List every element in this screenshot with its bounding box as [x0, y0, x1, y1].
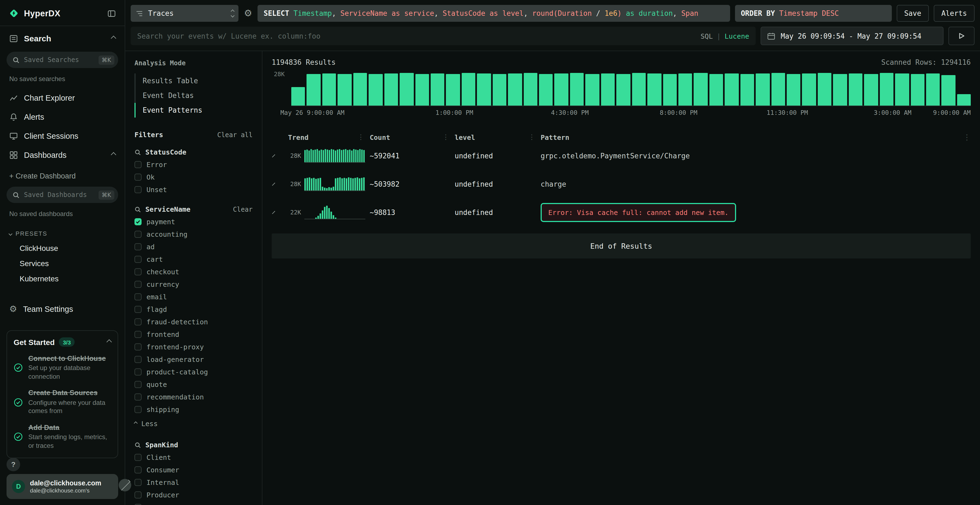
sidebar-item-clickhouse[interactable]: ClickHouse — [0, 241, 125, 256]
filter-option-ok[interactable]: Ok — [134, 171, 253, 183]
source-settings-gear-icon[interactable]: ⚙ — [243, 9, 253, 18]
filter-option-producer[interactable]: Producer — [134, 489, 253, 501]
saved-searches-input[interactable]: Saved Searches ⌘K — [6, 52, 118, 68]
checkbox[interactable] — [134, 243, 142, 250]
column-header-level[interactable]: level — [455, 133, 541, 141]
filter-option-checkout[interactable]: checkout — [134, 265, 253, 278]
checkbox[interactable] — [134, 356, 142, 363]
checkbox[interactable] — [134, 406, 142, 413]
checkbox[interactable] — [134, 173, 142, 181]
histogram-bar — [369, 74, 382, 106]
lucene-search-input[interactable]: Search your events w/ Lucene ex. column:… — [130, 27, 756, 45]
filter-option-internal[interactable]: Internal — [134, 476, 253, 489]
filter-option-frontend-proxy[interactable]: frontend-proxy — [134, 341, 253, 353]
user-menu[interactable]: D dale@clickhouse.com dale@clickhouse.co… — [6, 474, 118, 499]
filter-option-product-catalog[interactable]: product-catalog — [134, 366, 253, 378]
column-header-count[interactable]: Count — [370, 133, 455, 141]
table-options-icon[interactable]: ⋮ — [961, 133, 971, 141]
checkbox[interactable] — [134, 466, 142, 473]
filter-option-cart[interactable]: cart — [134, 253, 253, 265]
checkbox[interactable] — [134, 491, 142, 499]
presets-toggle[interactable]: PRESETS — [0, 223, 125, 241]
filter-option-payment[interactable]: payment — [134, 216, 253, 228]
row-expand-button[interactable] — [272, 156, 288, 156]
run-query-button[interactable] — [948, 27, 975, 45]
checkbox[interactable] — [134, 161, 142, 168]
pattern-row[interactable]: 28K~592041undefinedgrpc.oteldemo.Payment… — [272, 141, 971, 170]
get-started-header[interactable]: Get Started 3/3 — [14, 337, 111, 347]
sidebar-item-client-sessions[interactable]: Client Sessions — [0, 126, 125, 145]
checkbox[interactable] — [134, 454, 142, 461]
column-header-pattern[interactable]: Pattern — [541, 133, 961, 141]
filter-option-shipping[interactable]: shipping — [134, 403, 253, 416]
analysis-mode-results-table[interactable]: Results Table — [134, 73, 253, 88]
checkbox[interactable] — [134, 343, 142, 351]
checkbox[interactable] — [134, 281, 142, 288]
order-by-input[interactable]: ORDER BY Timestamp DESC — [735, 5, 891, 22]
source-select[interactable]: Traces — [130, 5, 239, 22]
row-expand-button[interactable] — [272, 184, 288, 184]
checkbox[interactable] — [134, 381, 142, 388]
column-header-trend[interactable]: Trend — [288, 133, 370, 141]
sidebar-expand-handle[interactable] — [119, 479, 131, 491]
sidebar-item-dashboards[interactable]: Dashboards — [0, 145, 125, 164]
alerts-button[interactable]: Alerts — [934, 5, 975, 22]
saved-dashboards-input[interactable]: Saved Dashboards ⌘K — [6, 187, 118, 203]
checkbox[interactable] — [134, 318, 142, 326]
save-button[interactable]: Save — [896, 5, 929, 22]
filter-option-load-generator[interactable]: load-generator — [134, 353, 253, 366]
sql-mode-option[interactable]: SQL — [700, 32, 713, 40]
checkbox[interactable] — [134, 293, 142, 300]
clear-all-filters-button[interactable]: Clear all — [217, 131, 253, 139]
sidebar-item-kubernetes[interactable]: Kubernetes — [0, 271, 125, 286]
collapse-options-button[interactable]: Less — [134, 416, 253, 432]
filter-option-accounting[interactable]: accounting — [134, 228, 253, 241]
checkbox[interactable] — [134, 306, 142, 313]
lucene-mode-option[interactable]: Lucene — [725, 32, 749, 40]
results-histogram[interactable]: 28K May 26 9:00:00 AM1:00:00 PM4:30:00 P… — [272, 72, 971, 118]
filter-option-quote[interactable]: quote — [134, 378, 253, 391]
sidebar-item-search[interactable]: Search — [0, 26, 125, 51]
sql-select-input[interactable]: SELECT Timestamp, ServiceName as service… — [258, 5, 730, 22]
filter-option-server[interactable]: Server — [134, 501, 253, 505]
filter-option-email[interactable]: email — [134, 291, 253, 303]
pattern-row[interactable]: 28K~503982undefinedcharge — [272, 170, 971, 198]
checkbox[interactable] — [134, 331, 142, 338]
analysis-mode-event-deltas[interactable]: Event Deltas — [134, 88, 253, 103]
x-axis-label: 4:30:00 PM — [551, 109, 589, 116]
create-dashboard-button[interactable]: + Create Dashboard — [0, 164, 125, 186]
filter-option-frontend[interactable]: frontend — [134, 328, 253, 341]
filter-option-client[interactable]: Client — [134, 451, 253, 464]
pattern-row[interactable]: 22K~98813undefinedError: Visa cache full… — [272, 198, 971, 226]
checkbox[interactable] — [134, 479, 142, 486]
filter-option-fraud-detection[interactable]: fraud-detection — [134, 316, 253, 328]
sidebar-item-services[interactable]: Services — [0, 256, 125, 271]
checkbox[interactable] — [134, 231, 142, 238]
error-pattern-box[interactable]: Error: Visa cache full: cannot add new i… — [541, 203, 736, 222]
row-expand-button[interactable] — [272, 212, 288, 213]
help-button[interactable]: ? — [6, 458, 20, 471]
filter-option-consumer[interactable]: Consumer — [134, 464, 253, 476]
filter-option-ad[interactable]: ad — [134, 241, 253, 253]
filter-clear-button[interactable]: Clear — [233, 205, 253, 213]
checkbox[interactable] — [134, 218, 142, 225]
collapse-sidebar-icon[interactable] — [107, 9, 116, 18]
analysis-mode-event-patterns[interactable]: Event Patterns — [134, 103, 253, 118]
checkbox[interactable] — [134, 368, 142, 375]
sidebar-item-alerts[interactable]: Alerts — [0, 107, 125, 126]
filter-option-error[interactable]: Error — [134, 158, 253, 171]
date-range-picker[interactable]: May 26 09:09:54 - May 27 09:09:54 — [760, 27, 943, 45]
query-language-toggle[interactable]: SQL | Lucene — [700, 32, 749, 40]
level-cell: undefined — [455, 180, 541, 188]
checkbox[interactable] — [134, 256, 142, 263]
checkbox[interactable] — [134, 394, 142, 400]
checkbox[interactable] — [134, 186, 142, 193]
checkbox[interactable] — [134, 504, 142, 505]
filter-option-recommendation[interactable]: recommendation — [134, 391, 253, 403]
sidebar-item-team-settings[interactable]: ⚙ Team Settings — [0, 299, 125, 318]
filter-option-unset[interactable]: Unset — [134, 183, 253, 196]
sidebar-item-chart-explorer[interactable]: Chart Explorer — [0, 88, 125, 107]
filter-option-currency[interactable]: currency — [134, 278, 253, 291]
filter-option-flagd[interactable]: flagd — [134, 303, 253, 316]
checkbox[interactable] — [134, 268, 142, 275]
